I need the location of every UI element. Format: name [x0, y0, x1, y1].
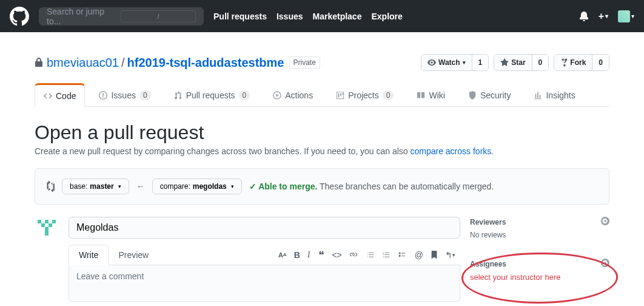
graph-icon — [534, 91, 542, 100]
nav-issues[interactable]: Issues — [277, 12, 303, 21]
repo-actions: Watch▾ 1 Star 0 Fork 0 — [421, 54, 609, 71]
pr-body: Write Preview AA B I ❝ <> — [35, 217, 609, 302]
search-placeholder: Search or jump to... — [47, 7, 121, 26]
star-icon — [500, 58, 509, 67]
tab-pulls[interactable]: Pull requests0 — [165, 83, 260, 106]
star-count[interactable]: 0 — [532, 55, 549, 70]
tab-issues[interactable]: Issues0 — [90, 83, 159, 106]
header-right: +▾ ▾ — [579, 10, 634, 22]
comment-textarea[interactable]: Leave a comment — [69, 265, 460, 302]
nav-explore[interactable]: Explore — [371, 12, 402, 21]
svg-rect-7 — [45, 227, 49, 236]
svg-rect-4 — [52, 220, 56, 223]
svg-rect-5 — [41, 223, 45, 227]
reply-icon[interactable]: ↰▾ — [445, 250, 455, 260]
watch-count[interactable]: 1 — [472, 55, 489, 70]
page-title: Open a pull request — [35, 121, 609, 144]
italic-icon[interactable]: I — [307, 250, 310, 260]
repo-owner-link[interactable]: bmeviauac01 — [47, 56, 119, 70]
bold-icon[interactable]: B — [294, 250, 300, 260]
task-icon[interactable] — [398, 251, 406, 259]
editor-tabs: Write Preview AA B I ❝ <> — [69, 245, 460, 265]
gear-icon[interactable] — [601, 259, 609, 269]
pr-sidebar: Reviewers No reviews Assignees select yo… — [470, 217, 609, 302]
svg-rect-2 — [38, 220, 41, 223]
ul-icon[interactable] — [366, 251, 375, 259]
svg-rect-3 — [45, 220, 49, 223]
link-icon[interactable] — [349, 248, 358, 262]
search-input[interactable]: Search or jump to... / — [39, 7, 204, 25]
eye-icon — [428, 58, 436, 67]
primary-nav: Pull requests Issues Marketplace Explore — [213, 12, 403, 21]
reviewers-text: No reviews — [470, 231, 609, 239]
author-avatar[interactable] — [35, 217, 59, 241]
page-subtitle: Create a new pull request by comparing c… — [35, 146, 609, 156]
heading-icon[interactable]: AA — [278, 250, 287, 260]
book-icon — [417, 91, 425, 100]
tab-projects[interactable]: Projects0 — [327, 83, 403, 106]
user-avatar[interactable] — [618, 10, 630, 22]
reviewers-title: Reviewers — [470, 218, 506, 226]
preview-tab[interactable]: Preview — [109, 245, 158, 265]
path-separator: / — [121, 56, 125, 70]
compare-box: base: master▾ ← compare: megoldas▾ ✓ Abl… — [35, 168, 609, 205]
fork-button[interactable]: Fork 0 — [554, 54, 609, 71]
reviewers-section: Reviewers No reviews — [470, 217, 609, 249]
nav-marketplace[interactable]: Marketplace — [313, 12, 362, 21]
assignees-text[interactable]: select your instructor here — [470, 273, 609, 282]
ol-icon[interactable] — [382, 251, 391, 259]
tab-code[interactable]: Code — [35, 83, 85, 107]
repo-nav: Code Issues0 Pull requests0 Actions Proj… — [35, 83, 609, 107]
tab-insights[interactable]: Insights — [525, 83, 584, 106]
tab-security[interactable]: Security — [459, 83, 520, 106]
privacy-badge: Private — [289, 56, 320, 69]
issue-icon — [99, 91, 107, 100]
compare-branch-button[interactable]: compare: megoldas▾ — [152, 178, 242, 194]
svg-rect-6 — [49, 223, 52, 227]
lock-icon — [35, 58, 43, 67]
tab-wiki[interactable]: Wiki — [408, 83, 454, 106]
star-button[interactable]: Star 0 — [494, 54, 549, 71]
global-header: Search or jump to... / Pull requests Iss… — [0, 0, 644, 32]
merge-status: ✓ Able to merge. These branches can be a… — [249, 182, 494, 191]
base-branch-button[interactable]: base: master▾ — [62, 178, 129, 194]
bell-icon[interactable] — [579, 12, 589, 21]
compare-forks-link[interactable]: compare across forks — [410, 146, 491, 156]
watch-button[interactable]: Watch▾ 1 — [421, 54, 489, 71]
project-icon — [336, 91, 344, 100]
fork-count[interactable]: 0 — [592, 55, 609, 70]
pr-icon — [174, 91, 183, 100]
check-icon: ✓ — [249, 182, 257, 191]
write-tab[interactable]: Write — [69, 245, 109, 265]
code-icon — [44, 92, 52, 100]
tab-actions[interactable]: Actions — [264, 83, 322, 106]
github-logo[interactable] — [10, 7, 29, 26]
main-area: Open a pull request Create a new pull re… — [35, 107, 609, 306]
repo-head: bmeviauac01 / hf2019-tsql-adudastestbme … — [35, 42, 609, 71]
pr-title-input[interactable] — [69, 217, 460, 239]
slash-icon: / — [121, 10, 196, 22]
main-content: bmeviauac01 / hf2019-tsql-adudastestbme … — [15, 32, 629, 306]
assignees-section: Assignees select your instructor here — [470, 259, 609, 291]
compare-icon — [45, 181, 55, 192]
nav-pulls[interactable]: Pull requests — [213, 12, 267, 21]
bookmark-icon[interactable] — [431, 250, 438, 260]
fork-icon — [560, 58, 568, 67]
play-icon — [273, 91, 281, 100]
add-menu[interactable]: +▾ — [599, 11, 608, 22]
shield-icon — [468, 91, 477, 100]
gear-icon[interactable] — [601, 217, 609, 227]
markdown-toolbar: AA B I ❝ <> — [278, 248, 460, 262]
assignees-title: Assignees — [470, 260, 506, 268]
mention-icon[interactable]: @ — [415, 250, 423, 260]
quote-icon[interactable]: ❝ — [318, 248, 324, 262]
arrow-left-icon: ← — [136, 182, 145, 191]
repo-name-link[interactable]: hf2019-tsql-adudastestbme — [127, 56, 284, 70]
code-icon[interactable]: <> — [332, 248, 341, 262]
